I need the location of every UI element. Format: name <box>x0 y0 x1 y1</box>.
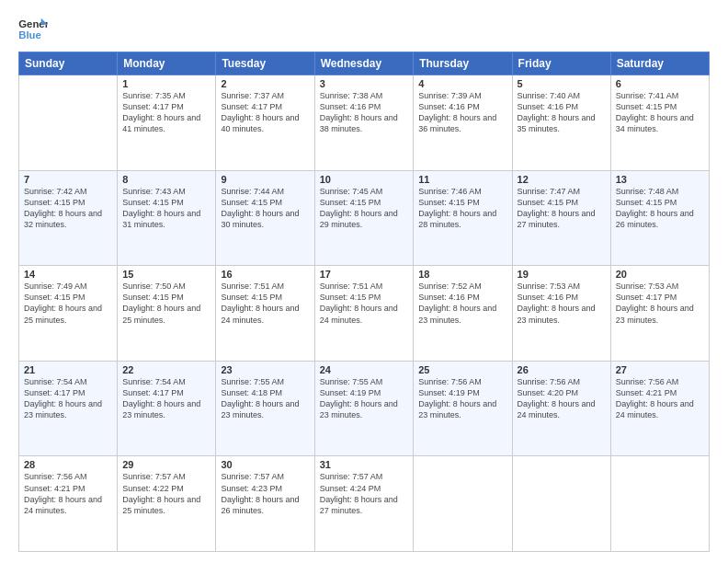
day-cell: 2Sunrise: 7:37 AMSunset: 4:17 PMDaylight… <box>216 75 314 171</box>
day-cell: 27Sunrise: 7:56 AMSunset: 4:21 PMDayligh… <box>610 361 709 456</box>
day-info: Sunrise: 7:53 AMSunset: 4:17 PMDaylight:… <box>616 281 704 326</box>
day-info: Sunrise: 7:39 AMSunset: 4:16 PMDaylight:… <box>418 90 506 135</box>
day-number: 9 <box>221 174 309 185</box>
day-cell: 19Sunrise: 7:53 AMSunset: 4:16 PMDayligh… <box>512 266 610 362</box>
day-number: 23 <box>221 364 309 375</box>
day-cell: 15Sunrise: 7:50 AMSunset: 4:15 PMDayligh… <box>118 266 216 362</box>
day-cell <box>414 456 512 552</box>
day-number: 15 <box>122 269 210 280</box>
weekday-header-sunday: Sunday <box>19 52 118 75</box>
day-number: 11 <box>418 174 506 185</box>
day-cell: 1Sunrise: 7:35 AMSunset: 4:17 PMDaylight… <box>118 75 216 171</box>
day-info: Sunrise: 7:42 AMSunset: 4:15 PMDaylight:… <box>24 186 112 231</box>
day-info: Sunrise: 7:57 AMSunset: 4:23 PMDaylight:… <box>221 471 309 516</box>
day-info: Sunrise: 7:40 AMSunset: 4:16 PMDaylight:… <box>518 90 606 135</box>
week-row-5: 28Sunrise: 7:56 AMSunset: 4:21 PMDayligh… <box>19 456 710 552</box>
day-number: 28 <box>24 459 112 470</box>
day-number: 1 <box>122 78 210 89</box>
day-info: Sunrise: 7:47 AMSunset: 4:15 PMDaylight:… <box>518 186 606 231</box>
day-info: Sunrise: 7:37 AMSunset: 4:17 PMDaylight:… <box>221 90 309 135</box>
day-info: Sunrise: 7:54 AMSunset: 4:17 PMDaylight:… <box>24 376 112 421</box>
day-info: Sunrise: 7:35 AMSunset: 4:17 PMDaylight:… <box>122 90 210 135</box>
day-info: Sunrise: 7:56 AMSunset: 4:19 PMDaylight:… <box>418 376 506 421</box>
day-number: 13 <box>616 174 704 185</box>
day-cell: 4Sunrise: 7:39 AMSunset: 4:16 PMDaylight… <box>414 75 512 171</box>
logo-icon: General Blue <box>18 17 48 42</box>
day-number: 20 <box>616 269 704 280</box>
day-number: 5 <box>518 78 606 89</box>
day-number: 21 <box>24 364 112 375</box>
weekday-header-wednesday: Wednesday <box>314 52 414 75</box>
day-info: Sunrise: 7:57 AMSunset: 4:22 PMDaylight:… <box>122 471 210 516</box>
day-cell: 18Sunrise: 7:52 AMSunset: 4:16 PMDayligh… <box>414 266 512 362</box>
day-number: 27 <box>616 364 704 375</box>
weekday-header-thursday: Thursday <box>414 52 512 75</box>
day-number: 29 <box>122 459 210 470</box>
day-number: 2 <box>221 78 309 89</box>
day-cell: 25Sunrise: 7:56 AMSunset: 4:19 PMDayligh… <box>414 361 512 456</box>
week-row-4: 21Sunrise: 7:54 AMSunset: 4:17 PMDayligh… <box>19 361 710 456</box>
day-cell: 23Sunrise: 7:55 AMSunset: 4:18 PMDayligh… <box>216 361 314 456</box>
day-cell <box>19 75 118 171</box>
day-number: 8 <box>122 174 210 185</box>
day-number: 16 <box>221 269 309 280</box>
weekday-header-saturday: Saturday <box>610 52 709 75</box>
week-row-2: 7Sunrise: 7:42 AMSunset: 4:15 PMDaylight… <box>19 170 710 266</box>
day-number: 17 <box>320 269 409 280</box>
page: General Blue SundayMondayTuesdayWednesda… <box>0 0 728 563</box>
day-info: Sunrise: 7:56 AMSunset: 4:20 PMDaylight:… <box>518 376 606 421</box>
day-info: Sunrise: 7:56 AMSunset: 4:21 PMDaylight:… <box>24 471 112 516</box>
day-number: 31 <box>320 459 409 470</box>
week-row-3: 14Sunrise: 7:49 AMSunset: 4:15 PMDayligh… <box>19 266 710 362</box>
day-cell: 16Sunrise: 7:51 AMSunset: 4:15 PMDayligh… <box>216 266 314 362</box>
day-cell: 21Sunrise: 7:54 AMSunset: 4:17 PMDayligh… <box>19 361 118 456</box>
day-info: Sunrise: 7:45 AMSunset: 4:15 PMDaylight:… <box>320 186 409 231</box>
day-number: 24 <box>320 364 409 375</box>
day-number: 26 <box>518 364 606 375</box>
day-number: 6 <box>616 78 704 89</box>
day-info: Sunrise: 7:57 AMSunset: 4:24 PMDaylight:… <box>320 471 409 516</box>
day-cell: 7Sunrise: 7:42 AMSunset: 4:15 PMDaylight… <box>19 170 118 266</box>
day-number: 18 <box>418 269 506 280</box>
day-number: 22 <box>122 364 210 375</box>
day-info: Sunrise: 7:48 AMSunset: 4:15 PMDaylight:… <box>616 186 704 231</box>
day-cell: 14Sunrise: 7:49 AMSunset: 4:15 PMDayligh… <box>19 266 118 362</box>
day-cell: 29Sunrise: 7:57 AMSunset: 4:22 PMDayligh… <box>118 456 216 552</box>
day-number: 7 <box>24 174 112 185</box>
day-info: Sunrise: 7:51 AMSunset: 4:15 PMDaylight:… <box>320 281 409 326</box>
day-cell: 20Sunrise: 7:53 AMSunset: 4:17 PMDayligh… <box>610 266 709 362</box>
day-number: 30 <box>221 459 309 470</box>
day-info: Sunrise: 7:38 AMSunset: 4:16 PMDaylight:… <box>320 90 409 135</box>
day-cell: 17Sunrise: 7:51 AMSunset: 4:15 PMDayligh… <box>314 266 414 362</box>
day-cell: 30Sunrise: 7:57 AMSunset: 4:23 PMDayligh… <box>216 456 314 552</box>
day-info: Sunrise: 7:51 AMSunset: 4:15 PMDaylight:… <box>221 281 309 326</box>
day-cell: 6Sunrise: 7:41 AMSunset: 4:15 PMDaylight… <box>610 75 709 171</box>
day-cell: 11Sunrise: 7:46 AMSunset: 4:15 PMDayligh… <box>414 170 512 266</box>
day-number: 19 <box>518 269 606 280</box>
day-info: Sunrise: 7:41 AMSunset: 4:15 PMDaylight:… <box>616 90 704 135</box>
day-cell: 24Sunrise: 7:55 AMSunset: 4:19 PMDayligh… <box>314 361 414 456</box>
day-cell: 5Sunrise: 7:40 AMSunset: 4:16 PMDaylight… <box>512 75 610 171</box>
day-cell: 13Sunrise: 7:48 AMSunset: 4:15 PMDayligh… <box>610 170 709 266</box>
day-cell: 31Sunrise: 7:57 AMSunset: 4:24 PMDayligh… <box>314 456 414 552</box>
day-cell: 26Sunrise: 7:56 AMSunset: 4:20 PMDayligh… <box>512 361 610 456</box>
weekday-header-monday: Monday <box>118 52 216 75</box>
day-cell: 9Sunrise: 7:44 AMSunset: 4:15 PMDaylight… <box>216 170 314 266</box>
day-number: 10 <box>320 174 409 185</box>
svg-text:Blue: Blue <box>18 29 41 40</box>
day-number: 25 <box>418 364 506 375</box>
logo: General Blue <box>18 17 48 42</box>
day-info: Sunrise: 7:53 AMSunset: 4:16 PMDaylight:… <box>518 281 606 326</box>
day-cell: 22Sunrise: 7:54 AMSunset: 4:17 PMDayligh… <box>118 361 216 456</box>
day-cell: 3Sunrise: 7:38 AMSunset: 4:16 PMDaylight… <box>314 75 414 171</box>
day-info: Sunrise: 7:44 AMSunset: 4:15 PMDaylight:… <box>221 186 309 231</box>
day-cell: 10Sunrise: 7:45 AMSunset: 4:15 PMDayligh… <box>314 170 414 266</box>
week-row-1: 1Sunrise: 7:35 AMSunset: 4:17 PMDaylight… <box>19 75 710 171</box>
day-info: Sunrise: 7:49 AMSunset: 4:15 PMDaylight:… <box>24 281 112 326</box>
weekday-header-friday: Friday <box>512 52 610 75</box>
day-number: 4 <box>418 78 506 89</box>
day-info: Sunrise: 7:46 AMSunset: 4:15 PMDaylight:… <box>418 186 506 231</box>
weekday-header-tuesday: Tuesday <box>216 52 314 75</box>
day-number: 12 <box>518 174 606 185</box>
day-cell <box>610 456 709 552</box>
